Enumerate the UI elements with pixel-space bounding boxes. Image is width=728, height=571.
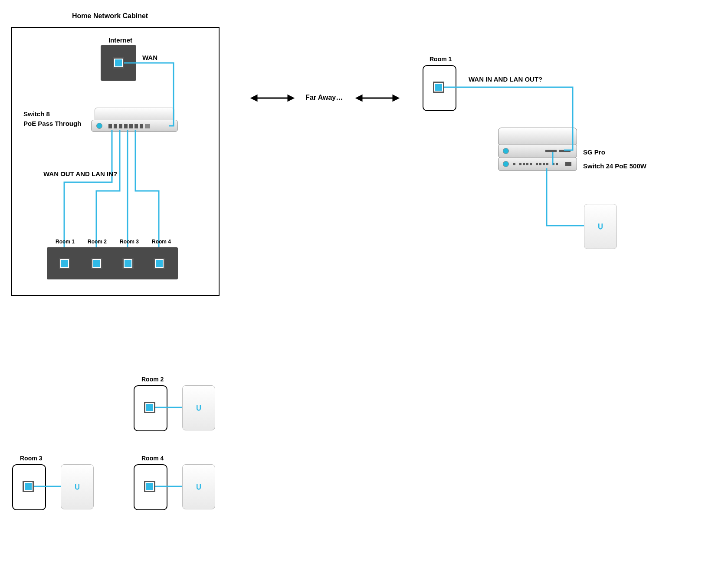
cabinet-title: Home Network Cabinet: [72, 12, 148, 20]
switch-8-device: [91, 108, 178, 132]
patch-port-3: [122, 258, 134, 269]
sg-pro-unit: [498, 144, 577, 158]
access-point-room4: [182, 464, 215, 509]
room2-bottom-label: Room 2: [141, 376, 164, 383]
room1-right-label: Room 1: [430, 56, 452, 62]
access-point-room3: [61, 464, 94, 509]
arrow-left-icon: [250, 93, 295, 103]
access-point-room2: [182, 385, 215, 430]
switch8-label-2: PoE Pass Through: [23, 120, 81, 127]
ubiquiti-logo-icon: [194, 404, 203, 412]
patch-port-2: [91, 258, 102, 269]
ubiquiti-logo-icon: [194, 482, 203, 491]
right-question: WAN IN AND LAN OUT?: [469, 75, 542, 83]
sg-pro-label: SG Pro: [583, 148, 605, 156]
room3-jack-port: [23, 481, 34, 492]
sgpro-led-icon: [503, 148, 509, 154]
room1-label: Room 1: [56, 239, 75, 245]
diagram-canvas: Home Network Cabinet Internet WAN Switch…: [0, 0, 728, 571]
rack-stack: [498, 128, 576, 171]
switch8-led-icon: [96, 123, 102, 129]
far-away-label: Far Away…: [305, 94, 343, 102]
room4-jack-port: [144, 481, 155, 492]
patch-port-1: [59, 258, 70, 269]
svg-marker-4: [357, 95, 362, 101]
switch24-label: Switch 24 PoE 500W: [583, 162, 646, 170]
svg-marker-2: [288, 95, 293, 101]
switch24-led-icon: [503, 161, 509, 167]
svg-marker-1: [252, 95, 257, 101]
ubiquiti-logo-icon: [73, 482, 82, 491]
patch-port-4: [154, 258, 165, 269]
room4-bottom-label: Room 4: [141, 455, 164, 462]
ubiquiti-logo-icon: [596, 222, 605, 231]
arrow-right-icon: [355, 93, 400, 103]
switch8-label-1: Switch 8: [23, 110, 50, 118]
room1-jack-port: [433, 82, 444, 93]
access-point-right: [584, 204, 617, 249]
room2-jack-port: [144, 402, 155, 413]
svg-marker-5: [393, 95, 398, 101]
cabinet-question: WAN OUT AND LAN IN?: [43, 170, 117, 177]
room3-label: Room 3: [120, 239, 139, 245]
room4-label: Room 4: [152, 239, 171, 245]
switch24-unit: [498, 157, 577, 171]
wan-label: WAN: [142, 54, 157, 61]
room2-label: Room 2: [88, 239, 107, 245]
room3-bottom-label: Room 3: [20, 455, 42, 462]
internet-label: Internet: [108, 36, 132, 44]
sg-pro-top: [498, 128, 577, 145]
internet-port: [113, 57, 124, 69]
